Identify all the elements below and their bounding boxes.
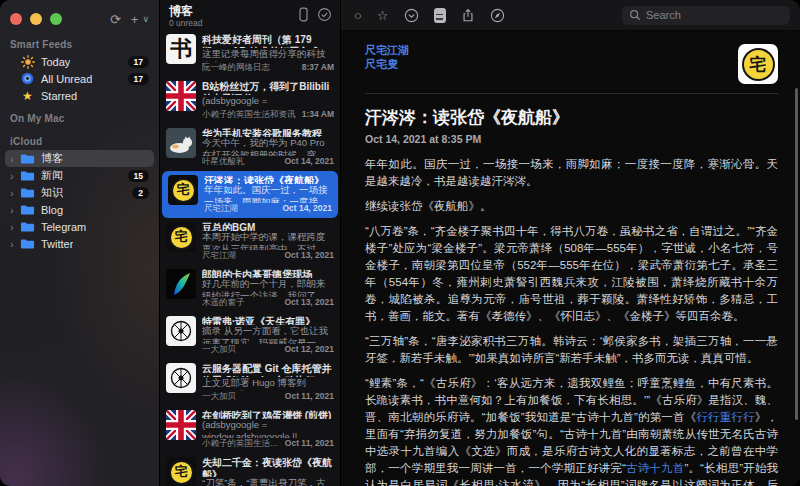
app-window: ⟳ + ∨ Smart Feeds Today17All Unread17★St… — [0, 0, 800, 486]
detail-scrollbar[interactable] — [795, 88, 798, 420]
article-list-item[interactable]: 书科技爱好者周刊（第 179 期）：AR 技术的打开方式这里记录每周值得分享的科… — [160, 30, 340, 77]
sidebar-item-starred[interactable]: ★Starred — [5, 87, 154, 104]
zoom-window-button[interactable] — [50, 13, 62, 25]
paragraph-text: 继续读张岱《夜航船》。 — [365, 200, 492, 212]
folder-icon — [20, 170, 35, 182]
unread-badge: 15 — [128, 170, 149, 182]
calligraphy-icon: 书 — [166, 34, 196, 64]
article-paragraph: 年年如此。国庆一过，一场接一场来，雨脚如麻；一度接一度降，寒渐沁骨。天是越来越冷… — [365, 156, 778, 190]
article-feed-link[interactable]: 尺宅江湖 — [365, 44, 409, 57]
inline-link[interactable]: 古诗十九首 — [626, 462, 685, 474]
feed-icon: 宅 — [166, 222, 196, 252]
feed-icon — [166, 410, 196, 440]
zhai-logo-icon: 宅 — [168, 175, 198, 205]
hide-read-icon[interactable] — [297, 7, 310, 22]
minimize-window-button[interactable] — [30, 13, 42, 25]
article-item-preview: 本周开始中学的课，课程跨度再次从三年级到高中。不过好在是包含但不限… — [202, 231, 334, 250]
article-item-title: 汗涔涔：读张岱《夜航船》 — [204, 175, 332, 184]
sidebar-folder-label: Telegram — [41, 221, 86, 233]
star-icon: ★ — [22, 90, 33, 102]
article-list-item[interactable]: 宅失却二千金：夜读张岱《夜航船》“刀笔”条，“萧曹出身刀笔，古者用版… — [160, 453, 340, 486]
disclosure-icon[interactable]: › — [10, 187, 20, 199]
article-item-meta: 一大加贝Oct 12, 2021 — [202, 344, 334, 355]
share-icon[interactable] — [461, 8, 475, 23]
sidebar-folder-label: 知识 — [41, 185, 63, 200]
search-input[interactable]: Search — [622, 6, 790, 25]
article-item-feed: 尺宅江湖 — [204, 203, 238, 214]
reader-view-icon[interactable] — [434, 8, 446, 23]
sidebar-folder-博客[interactable]: ›博客 — [5, 150, 154, 167]
disclosure-icon[interactable]: › — [10, 221, 20, 233]
article-item-meta: 尺宅江湖Oct 13, 2021 — [202, 250, 334, 261]
article-list-item[interactable]: 宅豆总的BGM本周开始中学的课，课程跨度再次从三年级到高中。不过好在是包含但不限… — [160, 218, 340, 265]
close-window-button[interactable] — [10, 13, 22, 25]
article-item-feed: 木遥的窗子 — [202, 297, 245, 308]
article-item-date: Oct 11, 2021 — [279, 438, 334, 449]
article-item-date: Oct 12, 2021 — [278, 344, 334, 355]
article-item-date: 1:34 AM — [296, 109, 334, 120]
sidebar-folder-telegram[interactable]: ›Telegram — [5, 218, 154, 235]
disclosure-icon[interactable]: › — [10, 170, 20, 182]
article-item-preview: (adsbygoogle = window.adsbygoogle || [])… — [202, 419, 334, 438]
timeline-panel: 博客 0 unread 书科技爱好者周刊（第 179 期）：AR 技术的打开方式… — [160, 0, 341, 486]
article-item-feed: 一大加贝 — [202, 391, 236, 402]
article-list-item[interactable]: 在剑桥吃到了鸡蛋灌饼 (煎饼)(adsbygoogle = window.ads… — [160, 406, 340, 453]
disclosure-icon[interactable]: › — [10, 153, 20, 165]
article-item-preview: 摘录 从另一方面看，它也让我远离了现实。玛丽威尔是一块现实沙漠中的… — [202, 325, 334, 344]
sidebar-folder-知识[interactable]: ›知识2 — [5, 184, 154, 201]
article-list-item[interactable]: 云服务器配置 Git 仓库托管并使用 Git Hooks 自动执行脚本上文见部署… — [160, 359, 340, 406]
zhai-logo-icon: 宅 — [742, 48, 775, 81]
open-in-browser-icon[interactable] — [490, 8, 505, 23]
article-header: 尺宅江湖 尺宅叟 宅 — [365, 44, 778, 84]
folder-icon — [20, 221, 35, 233]
paragraph-text: “八万卷”条，“齐金楼子聚书四十年，得书八万卷，虽秘书之省，自谓过之。”“齐金楼… — [365, 225, 778, 322]
article-paragraph: 继续读张岱《夜航船》。 — [365, 198, 778, 215]
article-list-item[interactable]: 郎朗的卡内基哥德堡现场好几年前的一个十月，郎朗来纽约进行一个访谈。我问了他一个问… — [160, 265, 340, 312]
article-list-item[interactable]: 特雷弗·诺亚《天生有罪》摘录 从另一方面看，它也让我远离了现实。玛丽威尔是一块现… — [160, 312, 340, 359]
sidebar-folder-label: Blog — [41, 204, 63, 216]
search-icon — [629, 9, 641, 21]
section-icloud: iCloud — [0, 127, 159, 150]
sidebar: ⟳ + ∨ Smart Feeds Today17All Unread17★St… — [0, 0, 160, 486]
refresh-icon[interactable]: ⟳ — [110, 13, 121, 26]
article-item-preview: 这里记录每周值得分享的科技内容，… — [202, 48, 334, 62]
article-list-item[interactable]: B站粉丝过万，得到了Bilibili的电子证书(adsbygoogle = wi… — [160, 77, 340, 124]
article-item-meta: 尺宅江湖Oct 14, 2021 — [204, 203, 332, 214]
article-item-feed: 叶星优酸乳 — [202, 156, 245, 167]
article-item-meta: 叶星优酸乳Oct 14, 2021 — [202, 156, 334, 167]
section-on-my-mac: On My Mac — [0, 104, 159, 127]
sidebar-item-label: Starred — [41, 90, 77, 102]
wheel-logo-icon — [166, 363, 196, 393]
sidebar-folder-新闻[interactable]: ›新闻15 — [5, 167, 154, 184]
article-item-title: 豆总的BGM — [202, 222, 334, 231]
next-unread-icon[interactable] — [404, 8, 419, 23]
inline-link[interactable]: 行行重行行 — [696, 411, 754, 423]
mark-read-circle-icon[interactable]: ○ — [354, 9, 362, 22]
sidebar-item-label: All Unread — [41, 73, 92, 85]
sidebar-actions: ⟳ + ∨ — [110, 13, 149, 26]
sidebar-folder-twitter[interactable]: ›Twitter — [5, 235, 154, 252]
feed-icon — [166, 81, 196, 111]
uk-flag-icon — [166, 410, 196, 440]
article-list-item[interactable]: 华为手机安装谷歌服务教程今天中午，我的华为 P40 Pro 在打开谷歌相册的时候… — [160, 124, 340, 171]
sidebar-item-today[interactable]: Today17 — [5, 53, 154, 70]
star-article-icon[interactable]: ☆ — [377, 9, 389, 22]
sidebar-folder-blog[interactable]: ›Blog — [5, 201, 154, 218]
header-divider — [365, 93, 778, 94]
folder-icon — [20, 238, 35, 250]
article-item-meta: 小赖子的英国生活和资讯Oct 11, 2021 — [202, 438, 334, 449]
section-smart-feeds: Smart Feeds — [0, 30, 159, 53]
unread-circle-icon — [21, 72, 34, 85]
disclosure-icon[interactable]: › — [10, 238, 20, 250]
article-item-feed: 尺宅江湖 — [202, 250, 236, 261]
article-item-date: Oct 13, 2021 — [278, 250, 334, 261]
article-author-link[interactable]: 尺宅叟 — [365, 58, 409, 71]
article-paragraph: “鲤素”条，“《古乐府》：‘客从远方来，遗我双鲤鱼；呼童烹鲤鱼，中有尺素书。长跪… — [365, 375, 778, 486]
sidebar-item-all-unread[interactable]: All Unread17 — [5, 70, 154, 87]
disclosure-icon[interactable]: › — [10, 204, 20, 216]
add-feed-icon[interactable]: + — [131, 13, 139, 26]
article-item-preview: 今天中午，我的华为 P40 Pro 在打开谷歌相册的时候，突然不能访问了，… — [202, 137, 334, 156]
article-list-item[interactable]: 宅汗涔涔：读张岱《夜航船》年年如此。国庆一过，一场接一场来，雨脚如麻；一度接一度… — [162, 171, 338, 218]
mark-all-read-icon[interactable] — [317, 7, 332, 22]
add-chevron-icon[interactable]: ∨ — [142, 15, 149, 24]
